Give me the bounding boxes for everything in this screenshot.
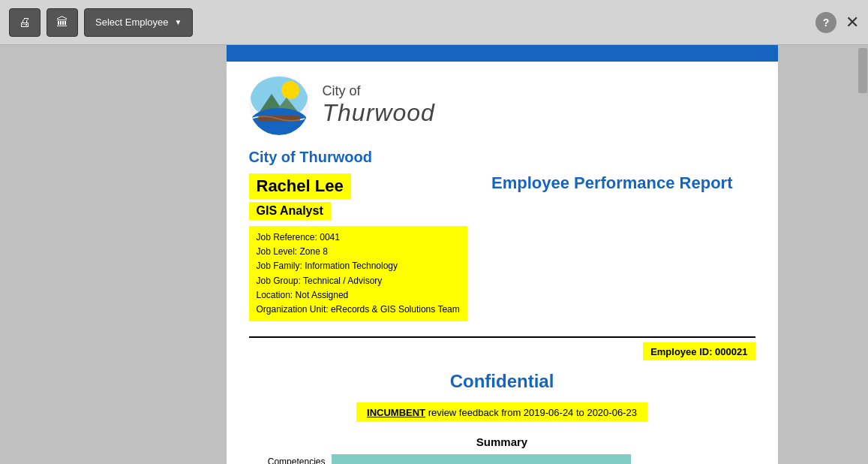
city-of-text: City of	[323, 83, 435, 99]
job-title-box: GIS Analyst	[249, 202, 331, 220]
scrollbar-thumb[interactable]	[858, 48, 867, 93]
select-employee-label: Select Employee	[95, 17, 169, 28]
confidential-section: Confidential	[227, 360, 778, 396]
job-title: GIS Analyst	[257, 204, 323, 217]
competencies-bar	[332, 454, 632, 464]
svg-point-2	[281, 81, 299, 99]
help-icon: ?	[823, 17, 830, 29]
logo-area: City of Thurwood	[227, 62, 778, 143]
employee-id-area: Employee ID: 000021	[227, 338, 778, 360]
home-icon: 🏛	[56, 16, 68, 29]
incumbent-box: INCUMBENT review feedback from 2019-06-2…	[356, 402, 647, 422]
select-employee-button[interactable]: Select Employee ▼	[84, 8, 193, 37]
employee-id: Employee ID: 000021	[650, 346, 747, 357]
document-wrapper: City of Thurwood City of Thurwood Rachel…	[146, 45, 857, 464]
print-icon: 🖨	[19, 16, 31, 29]
incumbent-review: review feedback from 2019-06-24 to 2020-…	[428, 407, 637, 418]
print-button[interactable]: 🖨	[9, 8, 41, 37]
right-area: ▲	[857, 45, 868, 464]
job-group: Job Group: Technical / Advisory	[257, 274, 460, 288]
svg-rect-6	[258, 116, 300, 122]
competencies-label: Competencies	[257, 456, 332, 464]
thurwood-text: Thurwood	[323, 99, 435, 127]
left-space	[0, 45, 146, 464]
doc-content: City of Thurwood Rachel Lee GIS Analyst …	[227, 143, 778, 336]
epr-section: Employee Performance Report	[491, 173, 733, 193]
toolbar-right: ? ✕	[815, 12, 859, 33]
toolbar: 🖨 🏛 Select Employee ▼ ? ✕	[0, 0, 868, 45]
chart-area: Competencies 0 1 2 3 4 5 6 7	[249, 454, 755, 464]
location: Location: Not Assigned	[257, 288, 460, 303]
employee-name-box: Rachel Lee	[249, 173, 351, 199]
job-family: Job Family: Information Technology	[257, 259, 460, 273]
epr-title: Employee Performance Report	[491, 173, 733, 193]
incumbent-label: INCUMBENT	[367, 407, 425, 418]
employee-id-box: Employee ID: 000021	[643, 342, 755, 360]
help-button[interactable]: ?	[815, 12, 836, 33]
summary-section: Summary Competencies 0 1 2 3 4	[227, 435, 778, 464]
employee-name: Rachel Lee	[257, 176, 344, 195]
close-icon: ✕	[845, 13, 859, 32]
city-name-logo: City of Thurwood	[323, 83, 435, 127]
document: City of Thurwood City of Thurwood Rachel…	[227, 45, 778, 464]
document-header-bar	[227, 45, 778, 62]
dropdown-arrow-icon: ▼	[175, 18, 182, 26]
competencies-bar-container	[332, 454, 748, 464]
doc-content-relative: Rachel Lee GIS Analyst Job Reference: 00…	[249, 173, 755, 329]
confidential-text: Confidential	[227, 371, 778, 392]
competencies-row: Competencies	[257, 454, 748, 464]
job-details-box: Job Reference: 0041 Job Level: Zone 8 Jo…	[249, 226, 467, 321]
main-area: City of Thurwood City of Thurwood Rachel…	[0, 45, 868, 464]
job-level: Job Level: Zone 8	[257, 245, 460, 259]
org-unit: Organization Unit: eRecords & GIS Soluti…	[257, 303, 460, 317]
summary-title: Summary	[249, 435, 755, 448]
incumbent-text: INCUMBENT review feedback from 2019-06-2…	[367, 407, 637, 418]
close-button[interactable]: ✕	[845, 14, 859, 31]
scrollbar[interactable]: ▲	[857, 45, 868, 56]
city-title: City of Thurwood	[249, 149, 755, 166]
job-reference: Job Reference: 0041	[257, 230, 460, 245]
city-logo	[249, 75, 309, 135]
home-button[interactable]: 🏛	[47, 8, 78, 37]
incumbent-section: INCUMBENT review feedback from 2019-06-2…	[227, 396, 778, 428]
